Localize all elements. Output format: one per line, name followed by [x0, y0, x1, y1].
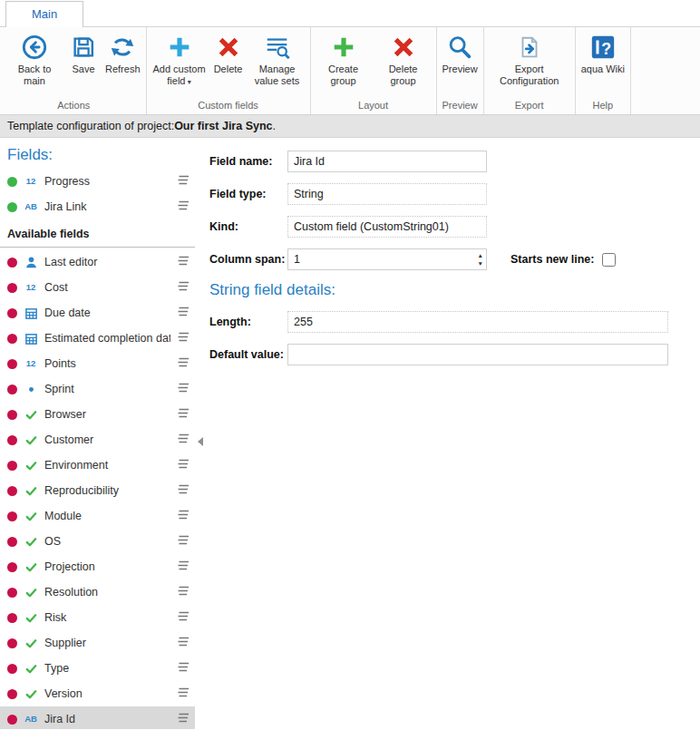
status-dot-green	[7, 202, 17, 212]
length-input[interactable]	[287, 311, 668, 333]
status-dot-red	[7, 588, 17, 598]
sidebar-item-os[interactable]: OS	[0, 529, 195, 554]
drag-handle-icon[interactable]	[176, 560, 190, 574]
ribbon-group-export: Export ConfigurationExport	[484, 27, 576, 114]
ribbon-button-save[interactable]: Save	[64, 29, 102, 77]
ribbon-button-add-custom-field[interactable]: Add custom field ▾	[150, 29, 209, 89]
status-dot-red	[7, 258, 17, 268]
spinner-down-button[interactable]: ▼	[478, 260, 483, 268]
date-type-icon	[23, 307, 39, 320]
checkmark-type-icon	[23, 637, 39, 650]
sidebar-item-reproducibility[interactable]: Reproducibility	[0, 478, 195, 503]
field-label: Projection	[44, 560, 170, 573]
drag-handle-icon[interactable]	[176, 458, 190, 472]
starts-new-line-checkbox[interactable]	[602, 253, 616, 267]
sidebar-item-jira-id[interactable]: ABJira Id	[0, 706, 195, 729]
sidebar-item-type[interactable]: Type	[0, 656, 195, 681]
starts-new-line-label: Starts new line:	[510, 253, 594, 266]
drag-handle-icon[interactable]	[176, 331, 190, 346]
field-label: Customer	[44, 433, 170, 446]
project-bar: Template configuration of project: Our f…	[0, 115, 700, 138]
active-fields-list: 12ProgressABJira Link	[0, 169, 195, 219]
checkmark-type-icon	[23, 459, 39, 472]
ribbon-button-manage-value-sets[interactable]: Manage value sets	[248, 29, 307, 89]
field-type-label: Field type:	[209, 188, 287, 200]
drag-handle-icon[interactable]	[176, 433, 190, 447]
sidebar-item-sprint[interactable]: Sprint	[0, 376, 195, 402]
sidebar-item-browser[interactable]: Browser	[0, 402, 195, 427]
status-dot-green	[7, 177, 17, 187]
drag-handle-icon[interactable]	[176, 610, 190, 625]
field-type-input[interactable]	[287, 183, 487, 205]
status-dot-red	[7, 664, 17, 674]
drag-handle-icon[interactable]	[176, 255, 190, 269]
drag-handle-icon[interactable]	[176, 382, 190, 396]
ribbon-button-create-group[interactable]: Create group	[314, 29, 374, 89]
status-dot-red	[7, 435, 17, 445]
project-name: Our first Jira Sync	[174, 120, 272, 132]
sidebar-item-supplier[interactable]: Supplier	[0, 630, 195, 656]
available-fields-list: Last editor12CostDue dateEstimated compl…	[0, 249, 195, 729]
column-span-spinner: ▲ ▼	[287, 248, 487, 270]
drag-handle-icon[interactable]	[176, 712, 190, 726]
sidebar-item-estimated-completion-dat[interactable]: Estimated completion dat	[0, 326, 195, 351]
drag-handle-icon[interactable]	[176, 306, 190, 320]
ribbon-button-refresh[interactable]: Refresh	[102, 29, 143, 77]
tab-main[interactable]: Main	[5, 1, 83, 27]
drag-handle-icon[interactable]	[176, 636, 190, 650]
collapse-arrow-icon[interactable]	[198, 437, 203, 446]
drag-handle-icon[interactable]	[176, 280, 190, 295]
status-dot-red	[7, 562, 17, 572]
sidebar-item-customer[interactable]: Customer	[0, 427, 195, 453]
create-group-plus-icon	[329, 33, 358, 62]
kind-input[interactable]	[287, 216, 487, 238]
field-label: Environment	[44, 459, 170, 472]
field-label: Resolution	[44, 586, 170, 599]
sidebar-item-cost[interactable]: 12Cost	[0, 275, 195, 300]
default-value-input[interactable]	[287, 344, 668, 365]
ribbon-button-preview[interactable]: Preview	[440, 29, 481, 77]
drag-handle-icon[interactable]	[176, 509, 190, 523]
checkmark-type-icon	[23, 535, 39, 549]
sidebar-item-due-date[interactable]: Due date	[0, 300, 195, 326]
drag-handle-icon[interactable]	[176, 686, 190, 701]
status-dot-red	[7, 511, 17, 521]
sidebar-item-version[interactable]: Version	[0, 681, 195, 706]
sidebar-item-module[interactable]: Module	[0, 503, 195, 529]
field-label: Version	[44, 687, 170, 700]
field-name-input[interactable]	[287, 151, 487, 172]
status-dot-red	[7, 410, 17, 420]
spinner-up-button[interactable]: ▲	[478, 252, 483, 260]
ribbon-button-delete-group[interactable]: Delete group	[374, 29, 433, 89]
drag-handle-icon[interactable]	[176, 483, 190, 498]
drag-handle-icon[interactable]	[176, 585, 190, 599]
text-type-icon: AB	[23, 715, 39, 724]
status-dot-red	[7, 638, 17, 648]
number-type-icon: 12	[23, 177, 39, 186]
sidebar-item-jira-link[interactable]: ABJira Link	[0, 194, 195, 219]
length-label: Length:	[209, 316, 287, 328]
sidebar-item-progress[interactable]: 12Progress	[0, 169, 195, 194]
field-label: Last editor	[44, 256, 170, 268]
ribbon-button-aqua-wiki[interactable]: ?aqua Wiki	[578, 29, 627, 77]
ribbon-group-custom-fields: Add custom field ▾DeleteManage value set…	[147, 27, 311, 114]
sidebar-item-last-editor[interactable]: Last editor	[0, 249, 195, 275]
ribbon-button-export-configuration[interactable]: Export Configuration	[487, 29, 572, 89]
ribbon-button-delete[interactable]: Delete	[209, 29, 248, 77]
field-name-label: Field name:	[209, 155, 287, 168]
sidebar-item-environment[interactable]: Environment	[0, 453, 195, 478]
sidebar-item-projection[interactable]: Projection	[0, 554, 195, 579]
drag-handle-icon[interactable]	[176, 200, 190, 214]
sidebar-item-resolution[interactable]: Resolution	[0, 579, 195, 605]
drag-handle-icon[interactable]	[176, 534, 190, 549]
sidebar-item-points[interactable]: 12Points	[0, 351, 195, 376]
delete-group-x-icon	[389, 33, 418, 62]
ribbon-button-back-to-main[interactable]: Back to main	[5, 29, 64, 89]
drag-handle-icon[interactable]	[176, 356, 190, 371]
sidebar-splitter[interactable]	[195, 138, 206, 729]
drag-handle-icon[interactable]	[176, 661, 190, 676]
drag-handle-icon[interactable]	[176, 174, 190, 189]
column-span-input[interactable]	[287, 248, 487, 270]
sidebar-item-risk[interactable]: Risk	[0, 605, 195, 630]
drag-handle-icon[interactable]	[176, 407, 190, 422]
